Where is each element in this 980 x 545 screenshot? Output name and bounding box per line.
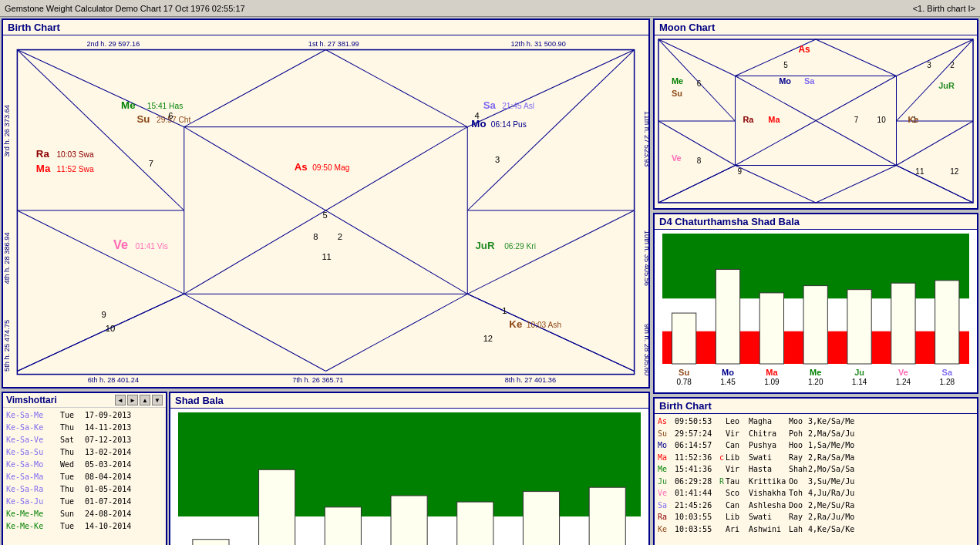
svg-text:11:52  Swa: 11:52 Swa	[56, 165, 93, 173]
svg-text:Mo: Mo	[779, 76, 791, 85]
vim-up-btn[interactable]: ▲	[140, 395, 150, 405]
svg-text:7: 7	[854, 116, 859, 124]
bc-right-row: Ra10:03:55LibSwatiRay2,Ra/Ju/Mo	[658, 511, 974, 523]
vim-prev-btn[interactable]: ◄	[115, 395, 126, 405]
vimshottari-row: Ke-Sa-JuTue01-07-2014	[6, 496, 163, 508]
svg-text:11: 11	[915, 167, 924, 176]
svg-text:As: As	[798, 44, 810, 55]
vimshottari-title: Vimshottari	[6, 395, 57, 405]
svg-text:Me: Me	[672, 76, 683, 85]
vim-down-btn[interactable]: ▼	[152, 395, 163, 405]
svg-text:Sa: Sa	[483, 99, 497, 111]
svg-text:Ma: Ma	[36, 163, 51, 174]
svg-text:3rd h. 26 373.64: 3rd h. 26 373.64	[3, 105, 11, 157]
svg-text:10:03  Swa: 10:03 Swa	[56, 150, 93, 159]
svg-text:11: 11	[322, 252, 331, 261]
svg-text:01:41  Vis: 01:41 Vis	[135, 241, 167, 250]
svg-text:9th h. 28 305.60: 9th h. 28 305.60	[643, 324, 648, 375]
moon-chart-title: Moon Chart	[655, 20, 977, 35]
svg-text:12: 12	[950, 167, 958, 176]
svg-text:10: 10	[877, 116, 886, 124]
svg-text:9: 9	[737, 167, 742, 176]
vimshottari-row: Ke-Sa-MaTue08-04-2014	[6, 471, 163, 483]
vim-next-btn[interactable]: ►	[127, 395, 138, 405]
moon-chart-svg: As 5 Me Su 6 Mo Sa 3 2 JuR	[655, 35, 977, 207]
shad-bala-bottom-panel: Shad Bala	[169, 392, 650, 545]
d4-title: D4 Chaturthamsha Shad Bala	[655, 214, 977, 230]
birth-chart-right-section: Birth Chart As09:50:53LeoMaghaMoo3,Ke/Sa…	[653, 397, 978, 545]
title-left: Gemstone Weight Calculator Demo Chart 17…	[5, 4, 245, 13]
svg-text:8: 8	[313, 232, 318, 241]
svg-text:Ve: Ve	[113, 237, 128, 251]
vimshottari-controls[interactable]: ◄ ► ▲ ▼	[115, 395, 163, 405]
svg-text:15:41  Has: 15:41 Has	[147, 102, 183, 110]
svg-text:JuR: JuR	[938, 81, 955, 90]
bc-right-row: Su29:57:24VirChitraPoh2,Ma/Sa/Ju	[658, 428, 974, 440]
svg-text:5: 5	[783, 61, 788, 69]
bc-right-row: Sa21:45:26CanAshleshaDoo2,Me/Su/Ra	[658, 500, 974, 512]
bc-right-row: Me15:41:36VirHastaShah2,Mo/Sa/Sa	[658, 463, 974, 476]
svg-text:Ra: Ra	[743, 115, 754, 124]
bc-right-row: Ju06:29:28RTauKrittikaOo3,Su/Me/Ju	[658, 476, 974, 488]
bc-right-row: As09:50:53LeoMaghaMoo3,Ke/Sa/Me	[658, 415, 974, 428]
svg-text:4th h. 28 386.94: 4th h. 28 386.94	[3, 232, 11, 284]
svg-text:1st h. 27 381.99: 1st h. 27 381.99	[308, 40, 359, 48]
svg-text:06:14  Pus: 06:14 Pus	[491, 120, 527, 129]
birth-chart-svg: 2nd h. 29 597.16 1st h. 27 381.99 12th h…	[3, 35, 648, 385]
svg-text:4: 4	[474, 111, 479, 120]
svg-text:10:03  Ash: 10:03 Ash	[527, 321, 562, 329]
shad-bala-bottom-chart	[170, 409, 648, 545]
svg-text:6: 6	[697, 79, 702, 88]
vimshottari-row: Ke-Sa-MeTue17-09-2013	[6, 409, 163, 422]
title-bar: Gemstone Weight Calculator Demo Chart 17…	[0, 0, 980, 17]
vimshottari-row: Ke-Sa-MoWed05-03-2014	[6, 459, 163, 471]
bc-right-row: Ke10:03:55AriAshwiniLah4,Ke/Sa/Ke	[658, 523, 974, 536]
svg-text:1: 1	[502, 306, 507, 315]
vimshottari-list: Ke-Sa-MeTue17-09-2013Ke-Sa-KeThu14-11-20…	[3, 408, 166, 534]
vimshottari-panel: Vimshottari ◄ ► ▲ ▼ Ke-Sa-MeTue17-09-201…	[2, 392, 167, 545]
moon-chart-section: Moon Chart	[653, 19, 978, 210]
vimshottari-row: Ke-Sa-SuThu13-02-2014	[6, 446, 163, 459]
d4-bar-chart	[655, 230, 977, 391]
title-right: <1. Birth chart I>	[913, 4, 975, 13]
svg-text:2nd h. 29 597.16: 2nd h. 29 597.16	[86, 40, 140, 48]
svg-text:8th h. 27 401.36: 8th h. 27 401.36	[505, 376, 556, 384]
vimshottari-row: Ke-Me-KeTue14-10-2014	[6, 520, 163, 533]
svg-text:Sa: Sa	[804, 76, 815, 85]
birth-chart-section: Birth Chart 2nd h. 29 597.16 1st h. 27 3…	[2, 19, 650, 389]
svg-text:Ke: Ke	[509, 318, 522, 330]
svg-text:9: 9	[102, 310, 106, 319]
birth-chart-right-content: As09:50:53LeoMaghaMoo3,Ke/Sa/MeSu29:57:2…	[655, 414, 977, 537]
d4-section: D4 Chaturthamsha Shad Bala	[653, 213, 978, 394]
svg-text:Ve: Ve	[672, 153, 682, 163]
svg-text:Ra: Ra	[36, 148, 50, 160]
svg-text:12: 12	[483, 334, 493, 343]
svg-text:Ma: Ma	[768, 115, 780, 124]
svg-text:6th h. 28 401.24: 6th h. 28 401.24	[88, 376, 139, 384]
svg-text:11th h. 27 523.93: 11th h. 27 523.93	[643, 111, 648, 167]
svg-text:21:45  Asl: 21:45 Asl	[502, 102, 534, 110]
birth-chart-right-title: Birth Chart	[655, 399, 977, 414]
svg-text:3: 3	[927, 61, 931, 69]
vimshottari-row: Ke-Sa-RaThu01-05-2014	[6, 483, 163, 496]
bc-right-row: Ve01:41:44ScoVishakhaToh4,Ju/Ra/Ju	[658, 487, 974, 500]
vimshottari-row: Ke-Sa-VeSat07-12-2013	[6, 434, 163, 446]
bottom-left-panel: Vimshottari ◄ ► ▲ ▼ Ke-Sa-MeTue17-09-201…	[2, 392, 650, 545]
svg-text:29:57  Cht: 29:57 Cht	[157, 116, 190, 124]
svg-text:09:50  Mag: 09:50 Mag	[312, 163, 349, 172]
svg-text:8: 8	[697, 156, 702, 165]
birth-chart-area: 2nd h. 29 597.16 1st h. 27 381.99 12th h…	[3, 35, 648, 385]
svg-text:3: 3	[495, 155, 500, 164]
bc-right-row: Mo06:14:57CanPushyaHoo1,Sa/Me/Mo	[658, 439, 974, 452]
bc-right-row: Ma11:52:36cLibSwatiRay2,Ra/Sa/Ma	[658, 452, 974, 464]
svg-text:06:29  Kri: 06:29 Kri	[504, 241, 536, 250]
svg-text:JuR: JuR	[475, 239, 494, 251]
svg-text:12th h. 31 500.90: 12th h. 31 500.90	[510, 40, 565, 48]
svg-text:10th h. 35 405.56: 10th h. 35 405.56	[643, 230, 648, 286]
shad-bala-bottom-title: Shad Bala	[170, 393, 648, 409]
moon-chart-area: As 5 Me Su 6 Mo Sa 3 2 JuR	[655, 35, 977, 207]
vimshottari-header: Vimshottari ◄ ► ▲ ▼	[3, 393, 166, 408]
svg-text:5th h. 25 474.75: 5th h. 25 474.75	[3, 320, 11, 372]
vimshottari-row: Ke-Me-MeSun24-08-2014	[6, 508, 163, 520]
birth-chart-title: Birth Chart	[3, 20, 648, 35]
